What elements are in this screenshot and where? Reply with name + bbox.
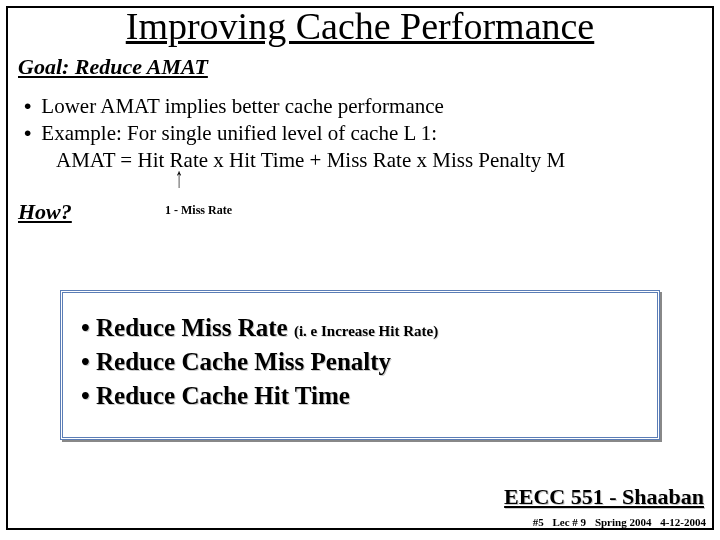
- up-arrow-icon: ↑: [175, 164, 183, 193]
- footer-term: Spring 2004: [595, 516, 652, 528]
- miss-rate-note: 1 - Miss Rate: [165, 203, 232, 218]
- methods-box: • Reduce Miss Rate (i. e Increase Hit Ra…: [60, 290, 660, 440]
- footer-date: 4-12-2004: [660, 516, 706, 528]
- footer-meta: #5 Lec # 9 Spring 2004 4-12-2004: [527, 516, 706, 528]
- method-2: • Reduce Cache Miss Penalty: [81, 345, 639, 379]
- footer-course: EECC 551 - Shaaban: [502, 484, 706, 510]
- method-3: • Reduce Cache Hit Time: [81, 379, 639, 413]
- method-1-main: • Reduce Miss Rate: [81, 314, 288, 341]
- footer-slide-num: #5: [533, 516, 544, 528]
- slide-border: [6, 6, 714, 530]
- footer-lecture-num: Lec # 9: [553, 516, 587, 528]
- method-1-sub: (i. e Increase Hit Rate): [294, 323, 438, 339]
- how-heading: How?: [18, 199, 72, 225]
- how-row: How? ↑ 1 - Miss Rate: [0, 193, 720, 233]
- method-1: • Reduce Miss Rate (i. e Increase Hit Ra…: [81, 311, 639, 345]
- arrow-annotation: ↑: [175, 169, 183, 187]
